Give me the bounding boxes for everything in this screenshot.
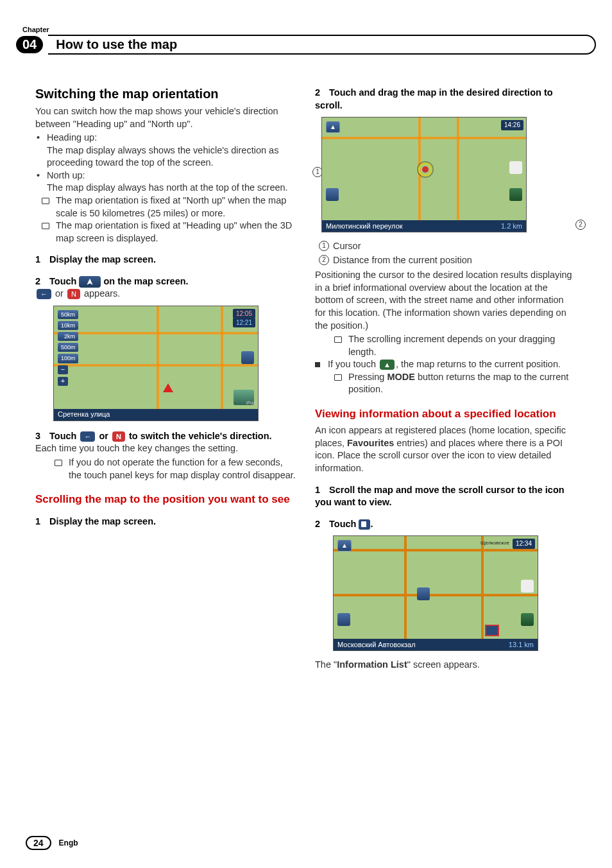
step-2-appears: appears. — [84, 288, 120, 299]
step-3-or: or — [99, 431, 111, 441]
clock-2: 12:21 — [233, 318, 255, 328]
step-2-prefix: Touch — [49, 276, 79, 286]
street-name-3: Московский Автовокзал — [337, 640, 416, 650]
favourites-label: Favourites — [347, 438, 394, 448]
view-info-paragraph: An icon appears at registered places (ho… — [315, 424, 577, 474]
legend-2-text: Distance from the current position — [333, 255, 472, 265]
closing-text: The "Information List" screen appears. — [315, 659, 577, 672]
legend-1-num: 1 — [319, 241, 329, 251]
heading-switching-orientation: Switching the map orientation — [35, 87, 297, 101]
chapter-label: Chapter — [22, 26, 577, 33]
left-column: Switching the map orientation You can sw… — [35, 87, 297, 673]
svg-marker-0 — [87, 279, 93, 285]
figure-map-orientation: 50km 10km 2km 500m 100m − + 12:05 12:21 … — [53, 306, 297, 421]
chapter-header: 04 How to use the map — [16, 35, 596, 55]
closing-a: The " — [315, 659, 337, 670]
info-flag-icon — [359, 519, 370, 530]
step-3-body: Each time you touch the key changes the … — [35, 442, 297, 455]
zoom-controls: − + — [58, 365, 68, 388]
heading-up-arrow-icon: ← — [37, 289, 51, 299]
scale-buttons: 50km 10km 2km 500m 100m — [58, 310, 78, 365]
legend-cursor: 1 Cursor — [315, 240, 577, 253]
page-footer: 24 Engb — [26, 836, 78, 850]
chapter-title: How to use the map — [56, 37, 587, 52]
bullet-north-up-label: North up: — [47, 170, 85, 180]
step-2-or: or — [55, 288, 66, 299]
closing-c: " screen appears. — [407, 659, 480, 670]
legend-2-num: 2 — [319, 255, 329, 265]
left-panel-icon — [326, 188, 339, 201]
tip-return-position: If you touch ▲, the map returns to the c… — [315, 358, 577, 371]
note-heading-up-fixed: The map orientation is fixed at "Heading… — [35, 220, 297, 245]
information-list-label: Information List — [337, 659, 407, 670]
legend-1-text: Cursor — [333, 241, 361, 251]
view-step-1-text: Scroll the map and move the scroll curso… — [315, 485, 565, 508]
distance-3: 13.1 km — [509, 640, 534, 650]
zoom-in-icon: + — [58, 377, 68, 386]
note-timeout: If you do not operate the function for a… — [35, 456, 297, 482]
figure-map-scroll: 1 ▲ 14:26 Милютинский переулок 1.2 km 2 — [321, 117, 577, 232]
heading-scrolling-map: Scrolling the map to the position you wa… — [35, 493, 297, 506]
note-mode-a: Pressing — [348, 372, 387, 382]
note-north-up-fixed: The map orientation is fixed at "North u… — [35, 195, 297, 220]
page-number: 24 — [26, 836, 51, 850]
right-panel-icon-1 — [241, 351, 254, 364]
scale-50km: 50km — [58, 310, 78, 319]
status-bar-1: Сретенка улица iPod — [54, 409, 258, 421]
nav-arrow-icon — [509, 161, 522, 174]
chapter-title-wrap: How to use the map — [48, 35, 596, 55]
nav-arrow-icon-3 — [521, 580, 534, 593]
distance-2: 1.2 km — [501, 221, 522, 231]
view-step-2: 2Touch . — [315, 518, 577, 531]
zoom-out-icon: − — [58, 365, 68, 374]
view-step-2-text: Touch — [329, 519, 359, 529]
step-2-sub: ← or N appears. — [35, 288, 297, 300]
chapter-number-badge: 04 — [16, 36, 43, 53]
scroll-step-1-text: Display the map screen. — [49, 516, 156, 526]
step-2-suffix: on the map screen. — [103, 276, 188, 286]
scale-500m: 500m — [58, 343, 78, 352]
scale-10km: 10km — [58, 321, 78, 330]
return-triangle-icon-3: ▲ — [337, 540, 352, 551]
scroll-step-1: 1Display the map screen. — [35, 516, 297, 528]
left-panel-icon-3 — [337, 613, 350, 626]
vehicle-marker-icon — [163, 383, 173, 392]
map-screenshot-1: 50km 10km 2km 500m 100m − + 12:05 12:21 … — [53, 306, 259, 421]
scale-100m: 100m — [58, 354, 78, 363]
right-panel-icon-2 — [509, 188, 522, 201]
poi-icon — [417, 587, 430, 600]
bullet-north-up: North up: The map display always has nor… — [35, 169, 297, 195]
ipod-label: iPod — [246, 400, 255, 406]
bullet-heading-up-label: Heading up: — [47, 132, 97, 143]
note-mode-button: Pressing MODE button returns the map to … — [315, 371, 577, 396]
figure-map-info: ▲ Щелковское 12:34 Московский Автовокзал… — [333, 535, 577, 651]
mode-button-label: MODE — [387, 372, 415, 382]
step-3-a: Touch — [49, 431, 79, 441]
heading-up-arrow-icon-2: ← — [80, 431, 95, 442]
tip-b: , the map returns to the current positio… — [396, 359, 561, 369]
vehicle-toggle-icon — [79, 276, 101, 288]
scroll-step-2: 2Touch and drag the map in the desired d… — [315, 87, 577, 112]
step-3-switch-direction: 3Touch ← or N to switch the vehicle's di… — [35, 430, 297, 443]
return-triangle-icon: ▲ — [326, 121, 340, 133]
map-screenshot-2: ▲ 14:26 Милютинский переулок 1.2 km — [321, 117, 527, 232]
callout-2: 2 — [575, 220, 586, 230]
clock-fig2: 14:26 — [501, 120, 523, 130]
step-1-text: Display the map screen. — [49, 254, 156, 265]
scale-2km: 2km — [58, 332, 78, 341]
north-up-n-icon-2: N — [112, 431, 125, 442]
right-column: 2Touch and drag the map in the desired d… — [315, 87, 577, 673]
bullet-north-up-text: The map display always has north at the … — [47, 182, 297, 195]
right-panel-icon-3 — [521, 613, 534, 626]
note-scroll-increment: The scrolling increment depends on your … — [315, 333, 577, 358]
heading-viewing-info: Viewing information about a specified lo… — [315, 408, 577, 421]
scroll-step-2-text: Touch and drag the map in the desired di… — [315, 87, 553, 110]
intro-text: You can switch how the map shows your ve… — [35, 105, 297, 130]
north-up-n-icon: N — [67, 289, 80, 299]
view-step-1: 1Scroll the map and move the scroll curs… — [315, 484, 577, 509]
tip-a: If you touch — [328, 359, 378, 369]
clock-fig3: 12:34 — [513, 539, 535, 549]
highlighted-info-icon — [485, 625, 499, 636]
status-bar-2: Милютинский переулок 1.2 km — [322, 220, 526, 232]
street-name-1: Сретенка улица — [58, 410, 110, 419]
